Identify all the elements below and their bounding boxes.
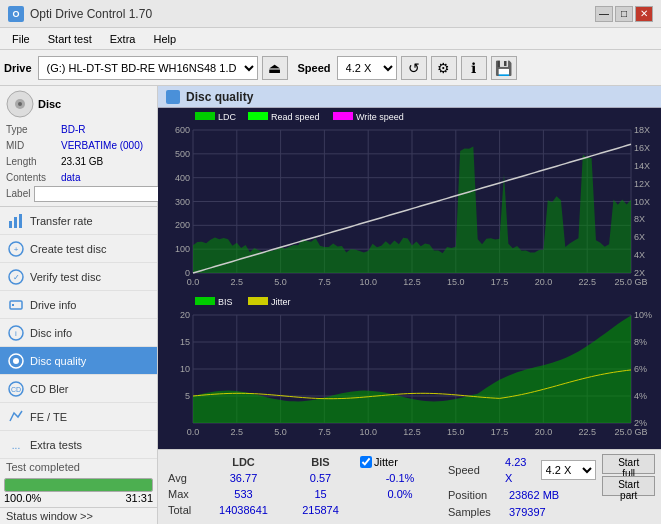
disc-length-value: 23.31 GB: [61, 154, 151, 170]
charts-area: [158, 108, 661, 449]
stats-bottom: LDC BIS Jitter Avg 36.77 0.57 -0.1%: [164, 452, 655, 522]
sidebar-item-drive-info[interactable]: Drive info: [0, 291, 157, 319]
disc-info-icon: i: [8, 325, 24, 341]
disc-length-row: Length 23.31 GB: [6, 154, 151, 170]
stats-total-row: Total 14038641 215874: [168, 502, 440, 518]
start-part-button[interactable]: Start part: [602, 476, 655, 496]
sidebar-item-fe-te[interactable]: FE / TE: [0, 403, 157, 431]
start-full-button[interactable]: Start full: [602, 454, 655, 474]
speed-row: Speed 4.23 X 4.2 X: [448, 454, 596, 486]
max-label: Max: [168, 486, 204, 502]
settings-button[interactable]: ⚙: [431, 56, 457, 80]
sidebar-item-extra-tests[interactable]: ... Extra tests: [0, 431, 157, 459]
disc-quality-icon: [8, 353, 24, 369]
sidebar-item-verify-test-disc[interactable]: ✓ Verify test disc: [0, 263, 157, 291]
total-ldc: 14038641: [206, 502, 281, 518]
menu-help[interactable]: Help: [145, 31, 184, 47]
status-window-button[interactable]: Status window >>: [0, 507, 157, 524]
svg-text:+: +: [14, 245, 19, 254]
position-key: Position: [448, 487, 503, 503]
bis-jitter-chart: [158, 293, 661, 443]
cd-bler-label: CD Bler: [30, 383, 69, 395]
menu-file[interactable]: File: [4, 31, 38, 47]
title-bar-left: O Opti Drive Control 1.70: [8, 6, 152, 22]
speed-select-control[interactable]: 4.2 X: [541, 460, 597, 480]
verify-test-disc-label: Verify test disc: [30, 271, 101, 283]
drive-label: Drive: [4, 62, 32, 74]
ldc-header: LDC: [206, 454, 281, 470]
total-jitter: [360, 502, 440, 518]
svg-text:i: i: [15, 329, 17, 338]
disc-mid-row: MID VERBATIMe (000): [6, 138, 151, 154]
create-test-disc-icon: +: [8, 241, 24, 257]
jitter-checkbox[interactable]: [360, 456, 372, 468]
jitter-header: Jitter: [374, 454, 398, 470]
extra-tests-label: Extra tests: [30, 439, 82, 451]
menu-bar: File Start test Extra Help: [0, 28, 661, 50]
svg-rect-3: [9, 221, 12, 228]
eject-button[interactable]: ⏏: [262, 56, 288, 80]
total-bis: 215874: [283, 502, 358, 518]
samples-row: Samples 379397: [448, 504, 596, 520]
close-button[interactable]: ✕: [635, 6, 653, 22]
sidebar-item-disc-quality[interactable]: Disc quality: [0, 347, 157, 375]
avg-jitter: -0.1%: [360, 470, 440, 486]
verify-test-disc-icon: ✓: [8, 269, 24, 285]
drive-select[interactable]: (G:) HL-DT-ST BD-RE WH16NS48 1.D3: [38, 56, 258, 80]
position-value: 23862 MB: [509, 487, 559, 503]
disc-quality-label: Disc quality: [30, 355, 86, 367]
content-header: Disc quality: [158, 86, 661, 108]
content-area: Disc quality LDC BIS: [158, 86, 661, 524]
sidebar-item-create-test-disc[interactable]: + Create test disc: [0, 235, 157, 263]
progress-area: 100.0% 31:31: [0, 475, 157, 507]
transfer-rate-label: Transfer rate: [30, 215, 93, 227]
max-ldc: 533: [206, 486, 281, 502]
stats-panel: LDC BIS Jitter Avg 36.77 0.57 -0.1%: [158, 449, 661, 524]
cd-bler-icon: CD: [8, 381, 24, 397]
window-controls: — □ ✕: [595, 6, 653, 22]
fe-te-label: FE / TE: [30, 411, 67, 423]
sidebar-item-disc-info[interactable]: i Disc info: [0, 319, 157, 347]
svg-point-2: [18, 102, 22, 106]
speed-select[interactable]: 4.2 X: [337, 56, 397, 80]
drive-info-icon: [8, 297, 24, 313]
sidebar-item-transfer-rate[interactable]: Transfer rate: [0, 207, 157, 235]
maximize-button[interactable]: □: [615, 6, 633, 22]
info-button[interactable]: ℹ: [461, 56, 487, 80]
refresh-button[interactable]: ↺: [401, 56, 427, 80]
content-title: Disc quality: [186, 90, 253, 104]
menu-start-test[interactable]: Start test: [40, 31, 100, 47]
menu-extra[interactable]: Extra: [102, 31, 144, 47]
samples-value: 379397: [509, 504, 546, 520]
svg-rect-5: [19, 214, 22, 228]
speed-key: Speed: [448, 462, 499, 478]
svg-rect-10: [10, 301, 22, 309]
speed-label: Speed: [298, 62, 331, 74]
progress-bar-fill: [5, 479, 152, 491]
app-icon: O: [8, 6, 24, 22]
max-bis: 15: [283, 486, 358, 502]
disc-mid-value: VERBATIMe (000): [61, 138, 151, 154]
svg-rect-4: [14, 217, 17, 228]
disc-label-input[interactable]: [34, 186, 163, 202]
disc-icon: [6, 90, 34, 118]
disc-label-row: Label 🔍: [6, 186, 151, 202]
bis-header: BIS: [283, 454, 358, 470]
save-button[interactable]: 💾: [491, 56, 517, 80]
svg-text:...: ...: [12, 440, 20, 451]
disc-header: Disc: [6, 90, 151, 118]
minimize-button[interactable]: —: [595, 6, 613, 22]
fe-te-icon: [8, 409, 24, 425]
progress-text: 100.0%: [4, 492, 41, 504]
transfer-rate-icon: [8, 213, 24, 229]
status-window-label: Status window >>: [6, 510, 93, 522]
sidebar-item-cd-bler[interactable]: CD CD Bler: [0, 375, 157, 403]
avg-bis: 0.57: [283, 470, 358, 486]
create-test-disc-label: Create test disc: [30, 243, 106, 255]
avg-ldc: 36.77: [206, 470, 281, 486]
avg-label: Avg: [168, 470, 204, 486]
max-jitter: 0.0%: [360, 486, 440, 502]
stats-avg-row: Avg 36.77 0.57 -0.1%: [168, 470, 440, 486]
total-label: Total: [168, 502, 204, 518]
svg-text:CD: CD: [11, 386, 21, 393]
